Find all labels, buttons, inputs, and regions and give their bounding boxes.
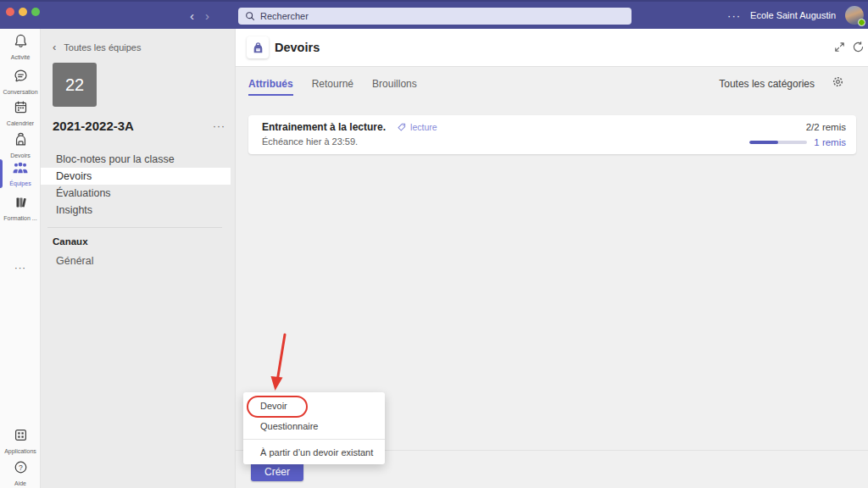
- all-teams-back-link[interactable]: ‹ Toutes les équipes: [53, 41, 141, 53]
- status-available-icon: [858, 19, 865, 26]
- rail-item-chat[interactable]: Conversation: [0, 68, 41, 95]
- sidebar-item-label: Insights: [56, 204, 92, 216]
- window-controls: [6, 8, 40, 16]
- menu-item-from-existing[interactable]: À partir d’un devoir existant: [243, 442, 385, 463]
- menu-divider: [243, 439, 385, 440]
- sidebar-item-grades[interactable]: Évaluations: [41, 185, 235, 202]
- more-options-icon[interactable]: ···: [727, 9, 741, 22]
- tab-assigned[interactable]: Attribués: [248, 78, 293, 96]
- team-avatar[interactable]: 22: [53, 63, 97, 107]
- rail-item-help[interactable]: ? Aide: [0, 459, 41, 486]
- sidebar-item-class-notebook[interactable]: Bloc-notes pour la classe: [41, 151, 235, 168]
- team-sidebar: ‹ Toutes les équipes 22 2021-2022-3A ···…: [41, 29, 236, 488]
- chat-icon: [13, 68, 29, 87]
- svg-text:?: ?: [19, 463, 23, 472]
- more-apps-icon: ···: [14, 263, 26, 273]
- progress-fill: [749, 141, 778, 144]
- chevron-left-icon: ‹: [53, 41, 56, 53]
- sidebar-item-assignments[interactable]: Devoirs: [41, 168, 231, 185]
- rail-item-apps[interactable]: Applications: [0, 427, 41, 454]
- title-bar: ‹ › ··· Ecole Saint Augustin: [0, 0, 868, 29]
- rail-item-label: Calendrier: [7, 120, 34, 126]
- team-more-icon[interactable]: ···: [213, 120, 225, 132]
- account-name[interactable]: Ecole Saint Augustin: [750, 10, 836, 20]
- apps-grid-icon: [13, 427, 29, 446]
- calendar-icon: [13, 99, 29, 119]
- rail-item-label: Équipes: [9, 180, 31, 186]
- rail-item-assignments[interactable]: Devoirs: [0, 131, 41, 158]
- assignment-title: Entrainement à la lecture.: [262, 121, 386, 133]
- page-title: Devoirs: [275, 29, 320, 66]
- rail-item-activity[interactable]: Activité: [0, 33, 41, 60]
- help-icon: ?: [13, 459, 29, 479]
- nav-forward-icon[interactable]: ›: [205, 8, 209, 23]
- refresh-icon[interactable]: [852, 41, 865, 57]
- sidebar-item-label: Devoirs: [56, 170, 92, 182]
- channel-general[interactable]: Général: [41, 252, 235, 269]
- teams-window: ‹ › ··· Ecole Saint Augustin Activité Co…: [0, 0, 868, 488]
- backpack-icon: [13, 131, 29, 151]
- rail-item-label: Aide: [14, 480, 26, 486]
- assignment-due: Échéance hier à 23:59.: [262, 136, 437, 147]
- main-content: Devoirs Attribués Retourné Brouillons To…: [236, 29, 868, 488]
- close-window-icon[interactable]: [6, 8, 14, 16]
- tag-label: lecture: [410, 122, 437, 132]
- submitted-count: 2/2 remis: [806, 122, 846, 132]
- returned-count: 1 remis: [814, 137, 846, 147]
- menu-item-assignment[interactable]: Devoir: [243, 396, 385, 416]
- minimize-window-icon[interactable]: [19, 8, 27, 16]
- sidebar-item-insights[interactable]: Insights: [41, 202, 235, 219]
- tag-icon: [397, 123, 406, 132]
- tab-drafts[interactable]: Brouillons: [372, 78, 417, 90]
- expand-icon[interactable]: [833, 41, 846, 57]
- rail-item-label: Conversation: [3, 89, 37, 95]
- menu-item-quiz[interactable]: Questionnaire: [243, 416, 385, 436]
- team-name: 2021-2022-3A: [53, 119, 134, 133]
- bell-icon: [13, 33, 29, 53]
- create-button[interactable]: Créer: [251, 462, 303, 481]
- rail-item-teams[interactable]: Équipes: [0, 161, 41, 186]
- learning-icon: [13, 195, 28, 214]
- avatar[interactable]: [845, 6, 864, 25]
- assignments-app-tile: [247, 36, 269, 58]
- create-dropdown-menu: Devoir Questionnaire À partir d’un devoi…: [243, 392, 385, 464]
- gear-icon[interactable]: [832, 75, 844, 92]
- tabs: Attribués Retourné Brouillons: [248, 66, 417, 101]
- maximize-window-icon[interactable]: [31, 8, 40, 16]
- rail-item-label: Applications: [4, 448, 36, 454]
- channels-header: Canaux: [53, 233, 88, 250]
- annotation-red-arrow: [268, 330, 297, 398]
- assignment-card[interactable]: Entrainement à la lecture. lecture Échéa…: [248, 115, 856, 154]
- all-teams-label: Toutes les équipes: [64, 42, 141, 53]
- assignment-tag[interactable]: lecture: [397, 122, 437, 132]
- search-bar[interactable]: [238, 8, 632, 25]
- backpack-app-icon: [251, 41, 265, 55]
- nav-back-icon[interactable]: ‹: [190, 8, 194, 23]
- rail-item-calendar[interactable]: Calendrier: [0, 99, 41, 126]
- rail-item-label: Activité: [11, 54, 31, 60]
- rail-item-label: Devoirs: [10, 152, 31, 158]
- rail-item-learning[interactable]: Formation ...: [0, 195, 41, 221]
- sidebar-divider: [47, 227, 222, 228]
- sidebar-item-label: Bloc-notes pour la classe: [56, 153, 175, 165]
- app-rail: Activité Conversation Calendrier Devoirs…: [0, 29, 41, 488]
- channel-label: Général: [56, 255, 93, 267]
- search-input[interactable]: [260, 11, 625, 21]
- tab-returned[interactable]: Retourné: [312, 78, 353, 90]
- teams-people-icon: [11, 161, 30, 179]
- sidebar-item-label: Évaluations: [56, 187, 111, 199]
- assignments-header: Devoirs: [236, 29, 868, 66]
- rail-item-more[interactable]: ···: [0, 263, 41, 273]
- rail-item-label: Formation ...: [3, 215, 36, 221]
- progress-bar: [749, 141, 807, 144]
- search-icon: [245, 11, 255, 21]
- category-filter[interactable]: Toutes les catégories: [719, 78, 815, 90]
